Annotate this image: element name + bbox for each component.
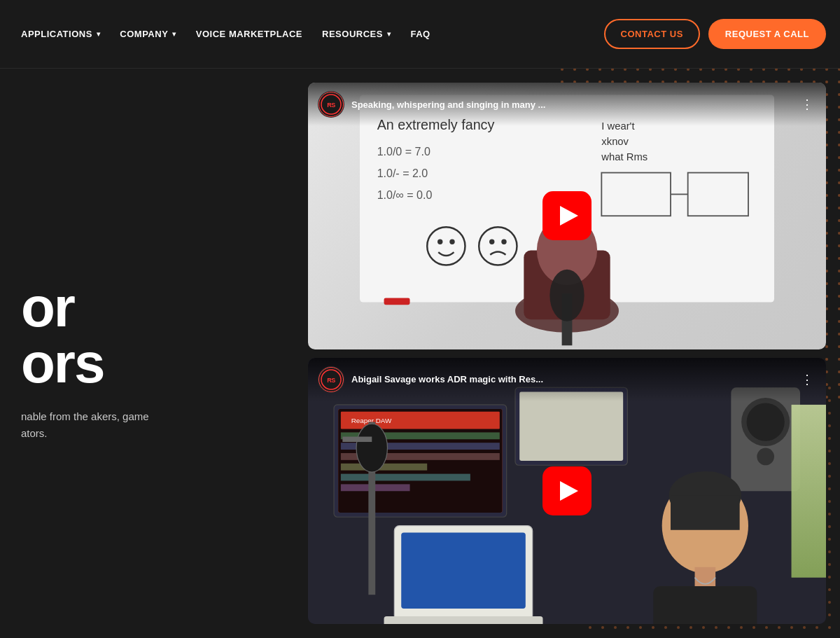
nav-item-resources[interactable]: RESOURCES ▾	[315, 23, 398, 45]
main-nav: APPLICATIONS ▾ COMPANY ▾ VOICE MARKETPLA…	[0, 0, 840, 69]
chevron-down-icon: ▾	[387, 30, 391, 38]
video-inner-1: An extremely fancy 1.0/0 = 7.0 1.0/- = 2…	[308, 83, 826, 349]
svg-rect-57	[792, 404, 826, 577]
nav-left: APPLICATIONS ▾ COMPANY ▾ VOICE MARKETPLA…	[14, 23, 604, 45]
right-panel: An extremely fancy 1.0/0 = 7.0 1.0/- = 2…	[308, 69, 840, 638]
svg-rect-43	[519, 391, 623, 461]
svg-point-8	[438, 240, 442, 244]
svg-rect-36	[341, 463, 427, 470]
channel-logo-1: RS	[318, 92, 344, 117]
contact-us-button[interactable]: CONTACT US	[604, 19, 700, 49]
svg-rect-13	[384, 298, 410, 305]
play-triangle-2	[560, 481, 578, 501]
svg-point-11	[489, 240, 494, 244]
main-content: or ors nable from the akers, game ators.	[0, 69, 840, 638]
svg-point-9	[449, 240, 454, 244]
channel-info-2: RS Abigail Savage works ADR magic with R…	[318, 366, 543, 393]
chevron-down-icon: ▾	[172, 30, 176, 38]
hero-line-1: or	[21, 279, 294, 335]
svg-rect-54	[695, 567, 716, 588]
hero-description: nable from the akers, game ators.	[21, 408, 175, 442]
video-card-2[interactable]: Reaper DAW	[308, 358, 826, 625]
svg-rect-40	[401, 532, 526, 609]
channel-avatar-2: RS	[318, 366, 344, 393]
video-title-1: Speaking, whispering and singing in many…	[351, 99, 545, 110]
channel-logo-2: RS	[318, 367, 344, 392]
video-header-2: RS Abigail Savage works ADR magic with R…	[308, 358, 826, 401]
channel-info-1: RS Speaking, whispering and singing in m…	[318, 91, 545, 118]
svg-text:what Rms: what Rms	[601, 151, 648, 162]
hero-line-2: ors	[21, 335, 294, 391]
svg-point-24	[550, 270, 584, 321]
nav-item-voice-marketplace[interactable]: VOICE MARKETPLACE	[189, 23, 309, 45]
svg-point-50	[757, 448, 774, 465]
svg-point-12	[501, 240, 506, 244]
svg-rect-55	[653, 585, 757, 624]
svg-rect-38	[341, 484, 410, 491]
svg-text:1.0/- = 2.0: 1.0/- = 2.0	[377, 167, 428, 179]
svg-text:1.0/0 = 7.0: 1.0/0 = 7.0	[377, 145, 430, 158]
nav-item-faq[interactable]: FAQ	[403, 23, 437, 45]
play-circle-1	[542, 191, 592, 240]
svg-rect-41	[384, 616, 543, 624]
video-inner-2: Reaper DAW	[308, 358, 826, 625]
request-call-button[interactable]: REQUEST A CALL	[708, 19, 826, 49]
play-button-1[interactable]	[542, 191, 592, 240]
channel-avatar-1: RS	[318, 91, 344, 118]
svg-text:RS: RS	[327, 102, 335, 109]
video-title-2: Abigail Savage works ADR magic with Res.…	[351, 374, 543, 384]
svg-point-49	[747, 403, 785, 441]
svg-rect-37	[341, 473, 470, 480]
play-circle-2	[542, 466, 592, 515]
video-header-1: RS Speaking, whispering and singing in m…	[308, 83, 826, 126]
nav-right: CONTACT US REQUEST A CALL	[604, 19, 826, 49]
left-panel: or ors nable from the akers, game ators.	[0, 69, 308, 638]
chevron-down-icon: ▾	[97, 30, 101, 38]
nav-item-company[interactable]: COMPANY ▾	[113, 23, 183, 45]
play-button-2[interactable]	[542, 466, 592, 515]
video-card-1[interactable]: An extremely fancy 1.0/0 = 7.0 1.0/- = 2…	[308, 83, 826, 349]
svg-point-45	[356, 424, 387, 472]
nav-item-applications[interactable]: APPLICATIONS ▾	[14, 23, 107, 45]
svg-text:1.0/∞ = 0.0: 1.0/∞ = 0.0	[377, 188, 433, 201]
svg-text:RS: RS	[327, 377, 335, 384]
video-menu-icon-2[interactable]: ⋮	[798, 369, 816, 390]
svg-rect-53	[671, 495, 740, 529]
svg-text:xknov: xknov	[601, 136, 629, 147]
play-triangle-1	[560, 206, 578, 226]
video-menu-icon-1[interactable]: ⋮	[798, 94, 816, 115]
